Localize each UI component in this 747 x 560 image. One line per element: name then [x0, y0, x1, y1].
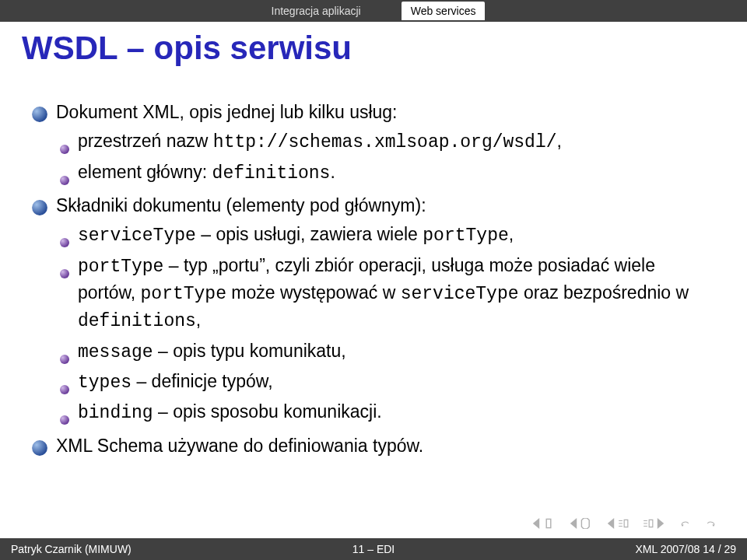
- nav-tab-webservices[interactable]: Web services: [402, 2, 486, 20]
- sublist-item-text: types – definicje typów,: [78, 369, 716, 396]
- nav-prev-button[interactable]: [568, 518, 591, 529]
- svg-point-3: [32, 200, 47, 215]
- sublist-item: element główny: definitions.: [59, 159, 716, 187]
- sublist-item-text: message – opis typu komunikatu,: [78, 338, 716, 366]
- ball-icon: [31, 104, 48, 121]
- list-item-text: Składniki dokumentu (elementy pod główny…: [56, 193, 716, 219]
- nav-first-button[interactable]: [531, 518, 554, 529]
- svg-point-7: [60, 385, 69, 394]
- footer-center: 11 – EDI: [352, 543, 395, 555]
- nav-controls: [531, 518, 716, 529]
- svg-point-2: [60, 176, 69, 185]
- sublist-item-text: serviceType – opis usługi, zawiera wiele…: [78, 222, 716, 249]
- small-ball-icon: [59, 229, 70, 240]
- list-item: XML Schema używane do definiowania typów…: [31, 433, 716, 459]
- list-item: Składniki dokumentu (elementy pod główny…: [31, 193, 716, 219]
- nav-forward-button[interactable]: [705, 518, 716, 529]
- nav-prev-slide-button[interactable]: [605, 518, 629, 529]
- svg-point-5: [60, 269, 69, 278]
- sublist-item: message – opis typu komunikatu,: [59, 338, 716, 366]
- footer-page: XML 2007/08 14 / 29: [636, 543, 747, 555]
- top-nav: Integracja aplikacji Web services: [0, 0, 747, 22]
- sublist-item: przestrzeń nazw http://schemas.xmlsoap.o…: [59, 128, 716, 156]
- sublist-item: types – definicje typów,: [59, 369, 716, 396]
- nav-back-button[interactable]: [680, 518, 691, 529]
- svg-point-9: [32, 440, 47, 456]
- small-ball-icon: [59, 376, 70, 387]
- nav-tab-integration[interactable]: Integracja aplikacji: [262, 2, 370, 20]
- sublist-item: serviceType – opis usługi, zawiera wiele…: [59, 222, 716, 249]
- sublist-item-text: element główny: definitions.: [78, 159, 716, 187]
- small-ball-icon: [59, 346, 70, 357]
- svg-point-1: [60, 145, 69, 154]
- list-item-text: Dokument XML, opis jednej lub kilku usłu…: [56, 100, 716, 125]
- sublist-item: portType – typ „portu”, czyli zbiór oper…: [59, 253, 716, 335]
- svg-point-0: [32, 107, 47, 122]
- ball-icon: [31, 438, 48, 455]
- sublist-item-text: binding – opis sposobu komunikacji.: [78, 399, 716, 426]
- slide-content: Dokument XML, opis jednej lub kilku usłu…: [31, 93, 716, 459]
- svg-rect-10: [546, 519, 551, 527]
- nav-next-slide-button[interactable]: [643, 518, 666, 529]
- sublist-item: binding – opis sposobu komunikacji.: [59, 399, 716, 426]
- sublist-item-text: portType – typ „portu”, czyli zbiór oper…: [78, 253, 716, 335]
- small-ball-icon: [59, 407, 70, 418]
- list-item: Dokument XML, opis jednej lub kilku usłu…: [31, 100, 716, 125]
- ball-icon: [31, 198, 48, 215]
- svg-point-8: [60, 415, 69, 425]
- footer: Patryk Czarnik (MIMUW) 11 – EDI XML 2007…: [0, 538, 747, 560]
- svg-point-4: [60, 238, 69, 247]
- small-ball-icon: [59, 261, 70, 271]
- footer-author: Patryk Czarnik (MIMUW): [0, 543, 132, 555]
- sublist-item-text: przestrzeń nazw http://schemas.xmlsoap.o…: [78, 128, 716, 156]
- list-item-text: XML Schema używane do definiowania typów…: [56, 433, 716, 459]
- small-ball-icon: [59, 136, 70, 147]
- small-ball-icon: [59, 167, 70, 178]
- svg-point-6: [60, 355, 69, 364]
- slide-title: WSDL – opis serwisu: [22, 30, 352, 67]
